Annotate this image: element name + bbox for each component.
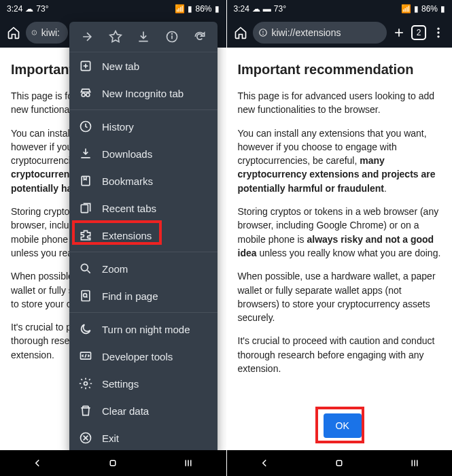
status-time: 3:24	[7, 4, 22, 14]
paragraph: It's crucial to proceed with caution and…	[238, 334, 442, 375]
menu-divider	[69, 312, 218, 313]
android-nav	[227, 450, 453, 476]
overflow-icon[interactable]	[430, 24, 447, 41]
url-text: kiwi://extensions	[272, 27, 341, 38]
svg-point-34	[437, 31, 439, 33]
url-bar[interactable]: kiwi:	[26, 22, 68, 44]
status-temp: 73°	[36, 4, 48, 14]
cloud-icon: ☁	[252, 4, 260, 14]
menu-clear-data[interactable]: Clear data	[69, 397, 218, 424]
svg-point-14	[81, 264, 88, 271]
paragraph: When possible, use a hardware wallet, a …	[238, 269, 442, 324]
svg-rect-27	[190, 460, 192, 466]
svg-point-10	[86, 93, 90, 97]
status-bar: 3:24 ☁ ▬ 73° 📶 ▮ 86% ▮	[227, 0, 453, 18]
home-icon[interactable]	[5, 24, 22, 41]
nav-recents-icon[interactable]	[182, 457, 194, 469]
paragraph: Storing cryptos or tokens in a web brows…	[238, 205, 442, 260]
star-icon[interactable]	[107, 29, 124, 45]
ok-button[interactable]: OK	[324, 413, 362, 438]
svg-rect-39	[417, 460, 418, 466]
signal-icon: ▮	[414, 4, 419, 14]
url-text: kiwi:	[41, 27, 60, 38]
svg-line-15	[88, 271, 90, 273]
new-tab-icon[interactable]	[391, 24, 407, 41]
battery-icon: ▮	[440, 4, 445, 14]
menu-divider	[69, 109, 218, 110]
nav-back-icon[interactable]	[31, 457, 44, 469]
nav-home-icon[interactable]	[333, 457, 345, 469]
svg-rect-13	[81, 205, 88, 213]
status-temp: 73°	[274, 4, 286, 14]
svg-rect-38	[414, 460, 415, 466]
signal-icon: ▮	[188, 4, 192, 14]
home-icon[interactable]	[232, 24, 249, 41]
status-battery: 86%	[421, 4, 438, 14]
svg-rect-24	[110, 460, 116, 466]
menu-dev-tools[interactable]: Developer tools	[69, 343, 218, 370]
menu-divider	[69, 252, 218, 252]
paragraph: You can install any extensions that you …	[238, 126, 442, 195]
nav-recents-icon[interactable]	[408, 457, 421, 469]
wifi-icon: 📶	[401, 4, 411, 14]
status-battery: 86%	[195, 4, 211, 14]
svg-rect-26	[188, 460, 189, 466]
chat-icon: ▬	[263, 4, 271, 14]
info-icon[interactable]	[164, 29, 180, 45]
svg-point-20	[84, 382, 88, 386]
svg-rect-36	[337, 460, 343, 466]
page-heading: Important recommendation	[238, 60, 442, 80]
nav-home-icon[interactable]	[107, 457, 119, 469]
menu-recent-tabs[interactable]: Recent tabs	[69, 194, 218, 222]
phone-left: 3:24 ☁ 73° 📶 ▮ 86% ▮ kiwi: Important Thi…	[0, 0, 226, 476]
svg-point-9	[82, 93, 85, 97]
phone-right: 3:24 ☁ ▬ 73° 📶 ▮ 86% ▮ kiwi://extensions…	[226, 0, 453, 476]
cloud-icon: ☁	[25, 4, 33, 14]
menu-settings[interactable]: Settings	[69, 370, 218, 397]
menu-zoom[interactable]: Zoom	[69, 255, 218, 282]
browser-toolbar: kiwi://extensions 2	[227, 18, 453, 48]
svg-rect-37	[411, 460, 413, 466]
overflow-menu: New tab New Incognito tab History Downlo…	[69, 22, 218, 454]
svg-point-33	[437, 28, 439, 30]
tabs-button[interactable]: 2	[411, 25, 426, 40]
menu-night-mode[interactable]: Turn on night mode	[69, 316, 218, 343]
menu-incognito[interactable]: New Incognito tab	[69, 80, 218, 107]
menu-extensions[interactable]: Extensions	[69, 222, 218, 249]
menu-downloads[interactable]: Downloads	[69, 140, 218, 167]
menu-find[interactable]: Find in page	[69, 282, 218, 309]
nav-back-icon[interactable]	[258, 457, 271, 469]
svg-point-35	[437, 35, 439, 37]
svg-point-5	[171, 33, 172, 34]
battery-icon: ▮	[215, 4, 220, 14]
android-nav	[0, 450, 226, 476]
svg-point-30	[262, 34, 263, 35]
status-bar: 3:24 ☁ 73° 📶 ▮ 86% ▮	[0, 0, 226, 18]
page-content-right: Important recommendation This page is fo…	[227, 48, 453, 397]
url-bar[interactable]: kiwi://extensions	[253, 22, 387, 44]
svg-line-18	[86, 296, 88, 298]
wifi-icon: 📶	[175, 4, 185, 14]
paragraph: This page is for advanced users looking …	[238, 89, 442, 117]
forward-icon[interactable]	[79, 29, 95, 45]
status-time: 3:24	[234, 4, 249, 14]
menu-history[interactable]: History	[69, 113, 218, 140]
download-icon[interactable]	[135, 29, 152, 45]
refresh-icon[interactable]	[192, 29, 208, 45]
menu-bookmarks[interactable]: Bookmarks	[69, 167, 218, 194]
menu-new-tab[interactable]: New tab	[69, 52, 218, 80]
menu-exit[interactable]: Exit	[69, 424, 218, 452]
svg-rect-16	[82, 291, 90, 301]
svg-rect-25	[186, 460, 187, 466]
